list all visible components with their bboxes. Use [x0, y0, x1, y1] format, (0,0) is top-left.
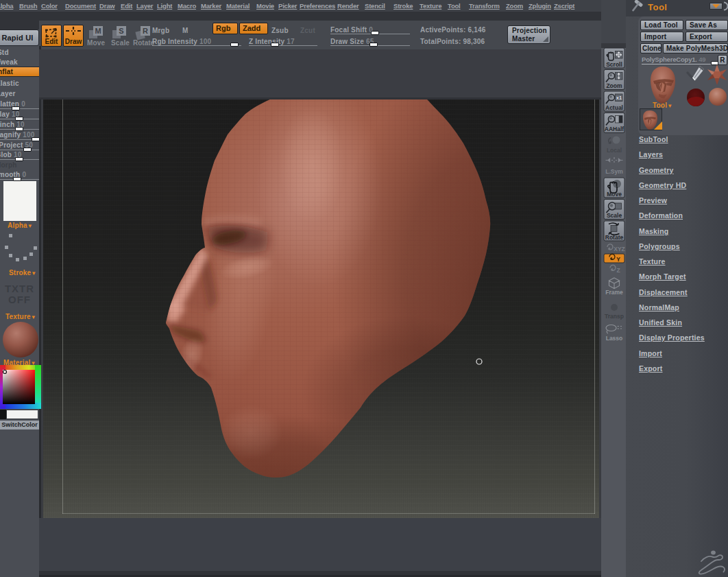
svg-text:Move: Move [607, 191, 622, 198]
svg-text:R: R [143, 27, 148, 35]
svg-text:M: M [95, 27, 101, 35]
svg-text:Lasso: Lasso [606, 335, 623, 342]
svg-text:x1: x1 [616, 95, 622, 101]
svg-text:Rotate: Rotate [605, 234, 624, 241]
svg-text:L.Sym: L.Sym [605, 168, 623, 175]
svg-text:Scale: Scale [607, 212, 622, 219]
svg-text:Zoom: Zoom [606, 82, 622, 89]
svg-text:Actual: Actual [605, 104, 623, 111]
svg-text:S: S [119, 27, 123, 35]
svg-text:Scroll: Scroll [606, 61, 622, 68]
svg-text:Y: Y [616, 256, 620, 263]
svg-text:XYZ: XYZ [614, 246, 625, 252]
svg-text:Z: Z [616, 267, 620, 274]
svg-text:Local: Local [607, 147, 622, 154]
svg-text:Transp: Transp [605, 313, 624, 320]
svg-text:Frame: Frame [605, 289, 623, 296]
svg-text:AAHalf: AAHalf [605, 126, 624, 132]
